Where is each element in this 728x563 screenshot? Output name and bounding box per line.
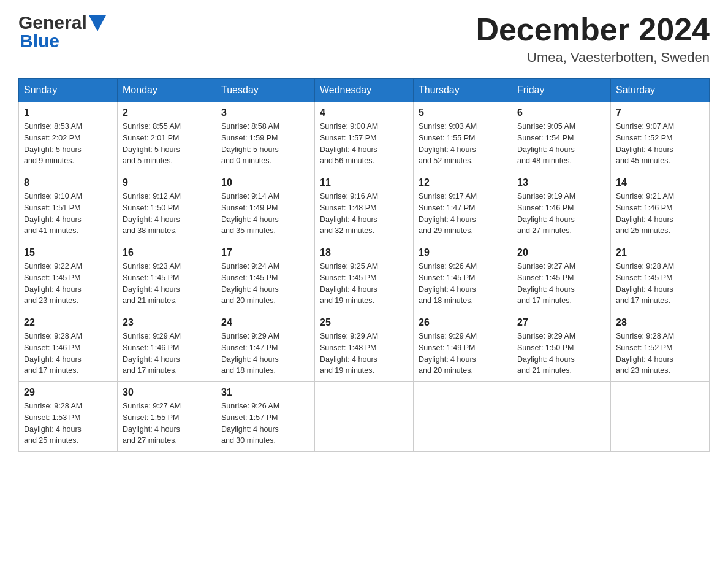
logo-triangle-icon	[89, 15, 106, 31]
day-number: 22	[24, 317, 112, 328]
calendar-cell: 18 Sunrise: 9:25 AM Sunset: 1:45 PM Dayl…	[315, 242, 414, 312]
day-number: 21	[616, 247, 704, 258]
month-title: December 2024	[476, 12, 710, 47]
calendar-cell: 30 Sunrise: 9:27 AM Sunset: 1:55 PM Dayl…	[118, 382, 216, 452]
day-number: 10	[221, 177, 309, 188]
calendar-cell: 15 Sunrise: 9:22 AM Sunset: 1:45 PM Dayl…	[19, 242, 118, 312]
calendar-cell	[414, 382, 512, 452]
day-number: 26	[419, 317, 507, 328]
day-info: Sunrise: 9:10 AM Sunset: 1:51 PM Dayligh…	[24, 191, 112, 237]
calendar-cell: 13 Sunrise: 9:19 AM Sunset: 1:46 PM Dayl…	[512, 172, 611, 242]
day-info: Sunrise: 8:53 AM Sunset: 2:02 PM Dayligh…	[24, 121, 112, 167]
day-info: Sunrise: 9:25 AM Sunset: 1:45 PM Dayligh…	[320, 261, 408, 307]
logo-blue-text: Blue	[20, 31, 59, 52]
calendar-cell: 17 Sunrise: 9:24 AM Sunset: 1:45 PM Dayl…	[216, 242, 315, 312]
calendar-cell: 3 Sunrise: 8:58 AM Sunset: 1:59 PM Dayli…	[216, 102, 315, 172]
day-number: 1	[24, 107, 112, 118]
calendar-cell	[611, 382, 710, 452]
day-number: 11	[320, 177, 408, 188]
logo-general-text: General	[18, 12, 87, 33]
weekday-header-friday: Friday	[512, 79, 611, 102]
calendar-cell: 1 Sunrise: 8:53 AM Sunset: 2:02 PM Dayli…	[19, 102, 118, 172]
calendar-cell: 16 Sunrise: 9:23 AM Sunset: 1:45 PM Dayl…	[118, 242, 216, 312]
calendar-cell: 24 Sunrise: 9:29 AM Sunset: 1:47 PM Dayl…	[216, 312, 315, 382]
day-info: Sunrise: 9:24 AM Sunset: 1:45 PM Dayligh…	[221, 261, 309, 307]
day-number: 19	[419, 247, 507, 258]
weekday-header-thursday: Thursday	[414, 79, 512, 102]
day-number: 27	[517, 317, 605, 328]
day-info: Sunrise: 9:19 AM Sunset: 1:46 PM Dayligh…	[517, 191, 605, 237]
calendar-cell: 28 Sunrise: 9:28 AM Sunset: 1:52 PM Dayl…	[611, 312, 710, 382]
day-info: Sunrise: 9:29 AM Sunset: 1:49 PM Dayligh…	[419, 331, 507, 377]
day-info: Sunrise: 9:23 AM Sunset: 1:45 PM Dayligh…	[123, 261, 211, 307]
day-info: Sunrise: 9:22 AM Sunset: 1:45 PM Dayligh…	[24, 261, 112, 307]
day-info: Sunrise: 9:05 AM Sunset: 1:54 PM Dayligh…	[517, 121, 605, 167]
calendar-week-row: 15 Sunrise: 9:22 AM Sunset: 1:45 PM Dayl…	[19, 242, 710, 312]
day-info: Sunrise: 9:28 AM Sunset: 1:45 PM Dayligh…	[616, 261, 704, 307]
day-number: 13	[517, 177, 605, 188]
calendar-week-row: 8 Sunrise: 9:10 AM Sunset: 1:51 PM Dayli…	[19, 172, 710, 242]
day-info: Sunrise: 9:29 AM Sunset: 1:48 PM Dayligh…	[320, 331, 408, 377]
day-number: 5	[419, 107, 507, 118]
day-info: Sunrise: 9:14 AM Sunset: 1:49 PM Dayligh…	[221, 191, 309, 237]
weekday-header-wednesday: Wednesday	[315, 79, 414, 102]
day-info: Sunrise: 9:27 AM Sunset: 1:45 PM Dayligh…	[517, 261, 605, 307]
calendar-cell: 22 Sunrise: 9:28 AM Sunset: 1:46 PM Dayl…	[19, 312, 118, 382]
day-number: 17	[221, 247, 309, 258]
day-info: Sunrise: 9:29 AM Sunset: 1:47 PM Dayligh…	[221, 331, 309, 377]
svg-marker-0	[89, 15, 106, 31]
calendar-cell: 23 Sunrise: 9:29 AM Sunset: 1:46 PM Dayl…	[118, 312, 216, 382]
calendar-cell: 7 Sunrise: 9:07 AM Sunset: 1:52 PM Dayli…	[611, 102, 710, 172]
day-info: Sunrise: 8:55 AM Sunset: 2:01 PM Dayligh…	[123, 121, 211, 167]
day-number: 28	[616, 317, 704, 328]
calendar-cell: 10 Sunrise: 9:14 AM Sunset: 1:49 PM Dayl…	[216, 172, 315, 242]
calendar-cell: 27 Sunrise: 9:29 AM Sunset: 1:50 PM Dayl…	[512, 312, 611, 382]
day-number: 2	[123, 107, 211, 118]
day-number: 18	[320, 247, 408, 258]
day-info: Sunrise: 9:03 AM Sunset: 1:55 PM Dayligh…	[419, 121, 507, 167]
day-number: 15	[24, 247, 112, 258]
calendar-cell: 14 Sunrise: 9:21 AM Sunset: 1:46 PM Dayl…	[611, 172, 710, 242]
day-number: 3	[221, 107, 309, 118]
day-number: 16	[123, 247, 211, 258]
logo: General Blue	[18, 12, 106, 52]
title-section: December 2024 Umea, Vaesterbotten, Swede…	[476, 12, 710, 66]
day-info: Sunrise: 8:58 AM Sunset: 1:59 PM Dayligh…	[221, 121, 309, 167]
day-number: 8	[24, 177, 112, 188]
day-info: Sunrise: 9:17 AM Sunset: 1:47 PM Dayligh…	[419, 191, 507, 237]
day-number: 4	[320, 107, 408, 118]
calendar-cell: 6 Sunrise: 9:05 AM Sunset: 1:54 PM Dayli…	[512, 102, 611, 172]
calendar-cell: 26 Sunrise: 9:29 AM Sunset: 1:49 PM Dayl…	[414, 312, 512, 382]
day-info: Sunrise: 9:00 AM Sunset: 1:57 PM Dayligh…	[320, 121, 408, 167]
calendar-cell: 8 Sunrise: 9:10 AM Sunset: 1:51 PM Dayli…	[19, 172, 118, 242]
calendar-cell: 25 Sunrise: 9:29 AM Sunset: 1:48 PM Dayl…	[315, 312, 414, 382]
day-info: Sunrise: 9:29 AM Sunset: 1:50 PM Dayligh…	[517, 331, 605, 377]
calendar-table: SundayMondayTuesdayWednesdayThursdayFrid…	[18, 78, 710, 452]
day-number: 9	[123, 177, 211, 188]
weekday-header-row: SundayMondayTuesdayWednesdayThursdayFrid…	[19, 79, 710, 102]
calendar-cell: 2 Sunrise: 8:55 AM Sunset: 2:01 PM Dayli…	[118, 102, 216, 172]
day-number: 24	[221, 317, 309, 328]
calendar-cell: 31 Sunrise: 9:26 AM Sunset: 1:57 PM Dayl…	[216, 382, 315, 452]
weekday-header-tuesday: Tuesday	[216, 79, 315, 102]
day-number: 25	[320, 317, 408, 328]
day-number: 7	[616, 107, 704, 118]
day-number: 23	[123, 317, 211, 328]
calendar-week-row: 1 Sunrise: 8:53 AM Sunset: 2:02 PM Dayli…	[19, 102, 710, 172]
page-header: General Blue December 2024 Umea, Vaester…	[18, 12, 710, 66]
day-number: 30	[123, 387, 211, 398]
calendar-cell: 12 Sunrise: 9:17 AM Sunset: 1:47 PM Dayl…	[414, 172, 512, 242]
calendar-cell: 9 Sunrise: 9:12 AM Sunset: 1:50 PM Dayli…	[118, 172, 216, 242]
day-number: 6	[517, 107, 605, 118]
day-number: 20	[517, 247, 605, 258]
day-info: Sunrise: 9:28 AM Sunset: 1:53 PM Dayligh…	[24, 400, 112, 446]
day-info: Sunrise: 9:28 AM Sunset: 1:52 PM Dayligh…	[616, 331, 704, 377]
day-number: 31	[221, 387, 309, 398]
day-number: 12	[419, 177, 507, 188]
calendar-cell: 11 Sunrise: 9:16 AM Sunset: 1:48 PM Dayl…	[315, 172, 414, 242]
calendar-cell	[315, 382, 414, 452]
location-subtitle: Umea, Vaesterbotten, Sweden	[476, 50, 710, 66]
calendar-cell: 21 Sunrise: 9:28 AM Sunset: 1:45 PM Dayl…	[611, 242, 710, 312]
calendar-cell	[512, 382, 611, 452]
calendar-cell: 4 Sunrise: 9:00 AM Sunset: 1:57 PM Dayli…	[315, 102, 414, 172]
